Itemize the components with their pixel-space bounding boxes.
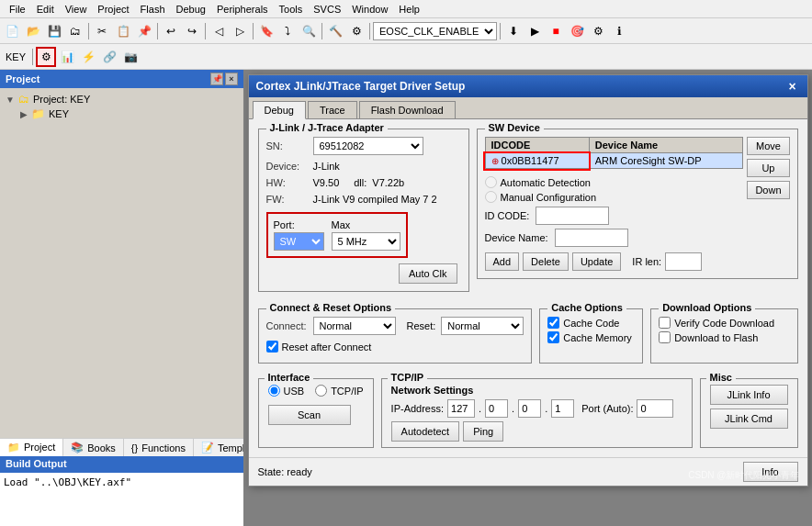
tcpip-buttons: Autodetect Ping — [391, 421, 682, 442]
tcpip-radio[interactable] — [315, 385, 327, 397]
debug-settings-btn[interactable]: ⚙ — [36, 47, 56, 67]
jlink-cmd-btn[interactable]: JLink Cmd — [710, 408, 788, 429]
menu-tools[interactable]: Tools — [274, 2, 309, 17]
down-btn[interactable]: Down — [747, 181, 789, 199]
delete-btn[interactable]: Delete — [523, 252, 569, 271]
sep1 — [88, 23, 89, 39]
device-label: Device: — [266, 161, 308, 172]
menu-edit[interactable]: Edit — [31, 2, 60, 17]
nav-back-btn[interactable]: ◁ — [209, 21, 229, 41]
usb-radio[interactable] — [268, 385, 280, 397]
scan-btn[interactable]: Scan — [268, 405, 351, 425]
tab-books[interactable]: 📚 Books — [63, 439, 124, 456]
up-btn[interactable]: Up — [747, 159, 789, 177]
sw-device-section: SW Device IDCODE Device Name — [477, 129, 798, 299]
port-group: Port: SW JTAG — [274, 219, 324, 251]
expand-icon-key[interactable]: ▶ — [20, 109, 28, 119]
move-btn[interactable]: Move — [747, 137, 789, 155]
tcpip-port-input[interactable] — [637, 399, 673, 418]
oscilloscope-btn[interactable]: 📊 — [57, 47, 77, 67]
reset-after-connect-check[interactable] — [266, 341, 278, 353]
stop-btn[interactable]: ■ — [546, 21, 566, 41]
sn-select[interactable]: 69512082 — [313, 137, 423, 155]
run-btn[interactable]: ▶ — [524, 21, 545, 41]
toolbar-2: KEY ⚙ 📊 ⚡ 🔗 📷 — [0, 44, 812, 70]
options-row: Connect & Reset Options Connect: Normal … — [249, 308, 807, 378]
auto-detect-radio[interactable] — [485, 176, 497, 188]
cache-memory-check[interactable] — [547, 331, 559, 343]
ping-btn[interactable]: Ping — [463, 421, 503, 442]
tab-functions[interactable]: {} Functions — [124, 439, 194, 456]
jlink-info-btn[interactable]: JLink Info — [710, 385, 788, 405]
auto-clk-btn[interactable]: Auto Clk — [399, 263, 457, 284]
goto-btn[interactable]: ⤵ — [277, 21, 298, 41]
bookmark-btn[interactable]: 🔖 — [256, 21, 276, 41]
panel-pin-btn[interactable]: 📌 — [210, 73, 223, 85]
menu-peripherals[interactable]: Peripherals — [211, 2, 274, 17]
verify-code-check[interactable] — [659, 317, 671, 329]
tab-project[interactable]: 📁 Project — [0, 439, 63, 457]
menu-project[interactable]: Project — [92, 2, 134, 17]
save-all-btn[interactable]: 🗂 — [65, 21, 85, 41]
target-options-btn[interactable]: 🎯 — [567, 21, 587, 41]
cache-code-row: Cache Code — [547, 317, 635, 329]
menu-debug[interactable]: Debug — [171, 2, 211, 17]
ip-octet-4[interactable] — [551, 399, 574, 418]
tab-debug[interactable]: Debug — [253, 101, 306, 119]
project-key-item[interactable]: ▶ 📁 KEY — [18, 106, 240, 121]
nav-fwd-btn[interactable]: ▷ — [230, 21, 250, 41]
sw-row-idcode: 0x0BB11477 — [502, 155, 559, 166]
max-select[interactable]: 5 MHz — [332, 232, 400, 251]
menu-view[interactable]: View — [60, 2, 93, 17]
cache-code-check[interactable] — [547, 317, 559, 329]
copy-btn[interactable]: 📋 — [113, 21, 133, 41]
manual-config-radio[interactable] — [485, 191, 497, 203]
cut-btn[interactable]: ✂ — [92, 21, 112, 41]
redo-btn[interactable]: ↪ — [182, 21, 202, 41]
paste-btn[interactable]: 📌 — [134, 21, 154, 41]
undo-btn[interactable]: ↩ — [161, 21, 181, 41]
connect-select[interactable]: Normal — [313, 317, 396, 335]
ip-octet-3[interactable] — [518, 399, 541, 418]
extra-btn[interactable]: 📷 — [120, 47, 141, 67]
attach-btn[interactable]: 🔗 — [99, 47, 119, 67]
download-flash-check[interactable] — [659, 331, 671, 343]
download-btn[interactable]: ⬇ — [503, 21, 524, 41]
panel-close-btn[interactable]: × — [225, 73, 238, 85]
tab-trace[interactable]: Trace — [308, 101, 357, 118]
reset-select[interactable]: Normal — [441, 317, 524, 335]
watermark: CSDN @新时代阳光小青年 — [688, 469, 799, 482]
dialog-close-btn[interactable]: × — [785, 79, 800, 94]
save-btn[interactable]: 💾 — [44, 21, 64, 41]
port-select[interactable]: SW JTAG — [274, 232, 324, 251]
menu-window[interactable]: Window — [346, 2, 393, 17]
add-btn[interactable]: Add — [485, 252, 520, 271]
open-btn[interactable]: 📂 — [23, 21, 43, 41]
power-btn[interactable]: ⚡ — [78, 47, 98, 67]
project-panel-header: Project 📌 × — [0, 70, 243, 88]
build-btn[interactable]: 🔨 — [325, 21, 345, 41]
ip-label: IP-Address: — [391, 403, 444, 414]
menu-flash[interactable]: Flash — [135, 2, 171, 17]
ip-octet-2[interactable] — [485, 399, 508, 418]
tab-flash-download[interactable]: Flash Download — [359, 101, 456, 118]
project-root-item[interactable]: ▼ 🗂 Project: KEY — [4, 92, 240, 106]
id-code-input[interactable] — [536, 207, 609, 225]
update-btn[interactable]: Update — [572, 252, 621, 271]
find-btn[interactable]: 🔍 — [299, 21, 319, 41]
new-btn[interactable]: 📄 — [2, 21, 22, 41]
rebuild-btn[interactable]: ⚙ — [346, 21, 367, 41]
target-dropdown[interactable]: EOSC_CLK_ENABLE — [373, 22, 497, 40]
info-btn-toolbar[interactable]: ℹ — [609, 21, 629, 41]
sw-device-row[interactable]: ⊕ 0x0BB11477 ARM CoreSight SW-DP — [485, 153, 743, 169]
settings-btn[interactable]: ⚙ — [588, 21, 608, 41]
menu-file[interactable]: File — [4, 2, 31, 17]
ip-octet-1[interactable] — [447, 399, 475, 418]
jlink-group: J-Link / J-Trace Adapter SN: 69512082 De… — [258, 129, 469, 292]
menu-help[interactable]: Help — [393, 2, 425, 17]
device-name-input[interactable] — [555, 229, 628, 247]
menu-svcs[interactable]: SVCS — [308, 2, 346, 17]
autodetect-btn[interactable]: Autodetect — [391, 421, 460, 442]
expand-icon[interactable]: ▼ — [6, 95, 15, 105]
ir-len-input[interactable] — [665, 252, 702, 271]
